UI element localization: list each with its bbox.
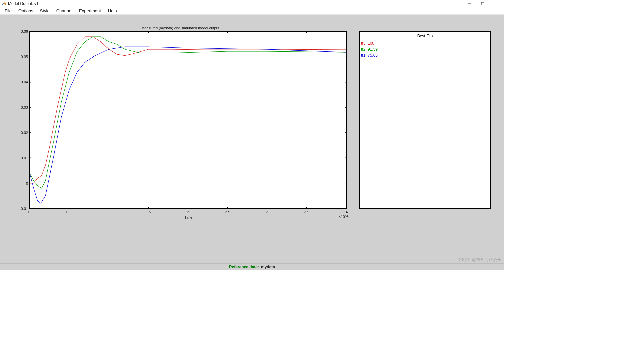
y-tick-label: 0 — [15, 181, 28, 185]
reference-value: mydata — [261, 265, 275, 269]
matlab-icon — [1, 1, 7, 6]
legend-panel: Best Fits tf3: 100tf2: 91.59tf1: 75.63 — [359, 31, 491, 240]
close-button[interactable] — [489, 0, 503, 7]
statusbar: Reference data: mydata — [0, 263, 504, 270]
x-axis-label: Time — [29, 215, 347, 219]
window-title: Model Output: y1 — [8, 1, 38, 6]
legend-item[interactable]: tf1: 75.63 — [361, 52, 489, 59]
reference-label: Reference data: — [229, 265, 259, 269]
chart-title: Measured (mydata) and simulated model ou… — [13, 26, 347, 30]
y-tick-label: 0.04 — [15, 80, 28, 84]
y-tick-label: 0.01 — [15, 156, 28, 160]
chart-axes[interactable]: Measured (mydata) and simulated model ou… — [13, 31, 347, 219]
x-axis-exponent: ×10^5 — [339, 215, 349, 219]
legend-item[interactable]: tf3: 100 — [361, 40, 489, 46]
svg-rect-1 — [481, 2, 484, 5]
menu-channel[interactable]: Channel — [53, 8, 76, 14]
x-tick-label: 1 — [108, 210, 110, 214]
app-window: Model Output: y1 FileOptionsStyleChannel… — [0, 0, 504, 270]
plot-box[interactable] — [29, 31, 347, 209]
x-tick-label: 0 — [28, 210, 30, 214]
menu-file[interactable]: File — [1, 8, 15, 14]
y-tick-label: 0.05 — [15, 55, 28, 59]
x-tick-label: 0.5 — [66, 210, 71, 214]
y-tick-label: 0.02 — [15, 131, 28, 135]
window-controls — [463, 0, 503, 7]
maximize-button[interactable] — [476, 0, 489, 7]
x-tick-label: 2 — [187, 210, 189, 214]
legend-title: Best Fits — [361, 34, 489, 38]
menu-style[interactable]: Style — [37, 8, 53, 14]
workspace: Measured (mydata) and simulated model ou… — [0, 18, 504, 263]
x-tick-label: 4 — [346, 210, 348, 214]
titlebar: Model Output: y1 — [0, 0, 504, 7]
watermark-text: CSDN @求学之路漫长 — [459, 257, 501, 263]
x-tick-label: 3 — [266, 210, 268, 214]
menu-help[interactable]: Help — [104, 8, 120, 14]
menu-experiment[interactable]: Experiment — [76, 8, 104, 14]
y-tick-label: -0.01 — [15, 207, 28, 211]
x-tick-label: 2.5 — [225, 210, 230, 214]
x-tick-label: 1.5 — [146, 210, 151, 214]
minimize-button[interactable] — [463, 0, 476, 7]
y-tick-label: 0.06 — [15, 29, 28, 33]
menu-options[interactable]: Options — [15, 8, 37, 14]
toolstrip — [0, 15, 504, 18]
menubar: FileOptionsStyleChannelExperimentHelp — [0, 7, 504, 15]
figure-area: Measured (mydata) and simulated model ou… — [13, 31, 491, 240]
legend-item[interactable]: tf2: 91.59 — [361, 46, 489, 52]
legend-box: Best Fits tf3: 100tf2: 91.59tf1: 75.63 — [359, 31, 491, 209]
y-tick-label: 0.03 — [15, 105, 28, 109]
x-tick-label: 3.5 — [304, 210, 309, 214]
